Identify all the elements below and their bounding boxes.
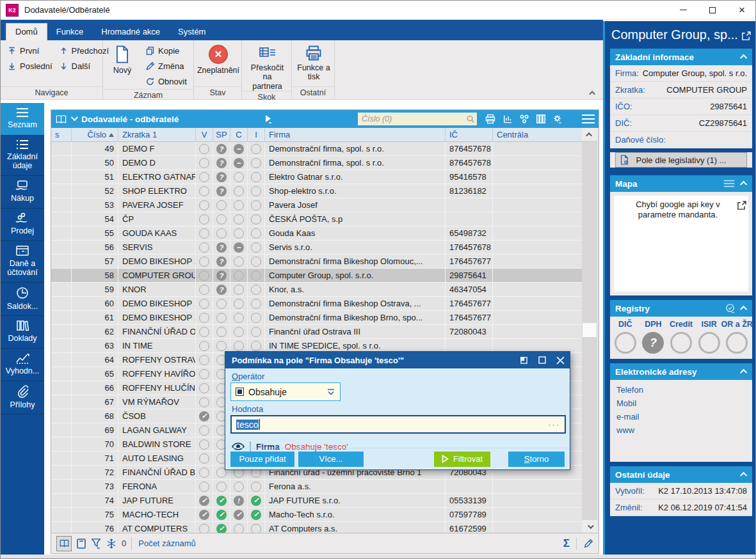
section-header-adresy[interactable]: Elektronické adresy bbox=[610, 363, 752, 380]
close-button[interactable]: × bbox=[727, 1, 756, 19]
settings-gear-icon[interactable] bbox=[552, 114, 563, 124]
dialog-dock-icon[interactable] bbox=[520, 356, 528, 365]
columns-icon[interactable] bbox=[536, 114, 546, 124]
table-row[interactable]: 57 DEMO BIKESHOP ... Demonstrační firma … bbox=[51, 255, 583, 269]
column-header-ic[interactable]: IČ bbox=[446, 128, 493, 141]
open-external-icon[interactable] bbox=[741, 31, 751, 41]
column-header-centrala[interactable]: Centrála bbox=[493, 128, 583, 141]
copy-button[interactable]: Kopie bbox=[143, 43, 189, 58]
check-circle-icon[interactable] bbox=[725, 303, 736, 314]
registry-item[interactable]: Credit bbox=[667, 320, 695, 354]
collapse-icon[interactable] bbox=[740, 472, 747, 479]
ribbon-tab[interactable]: Hromadné akce bbox=[92, 24, 169, 40]
sum-icon[interactable]: Σ bbox=[563, 537, 577, 550]
registry-item[interactable]: OR a ŽR bbox=[723, 320, 751, 354]
column-header-i[interactable]: I bbox=[248, 128, 265, 141]
collapse-icon[interactable] bbox=[740, 181, 747, 188]
legislativa-button[interactable]: Pole dle legislativy (1) ... bbox=[615, 152, 747, 168]
column-header-zkratka[interactable]: Zkratka 1 bbox=[118, 128, 196, 141]
scrollbar-thumb[interactable] bbox=[583, 323, 597, 337]
address-link[interactable]: www bbox=[610, 423, 752, 437]
sidebar-item-nakup[interactable]: Nákup bbox=[1, 176, 44, 209]
card-view-icon[interactable] bbox=[77, 539, 86, 549]
table-row[interactable]: 51 ELEKTRO GATNAR ... Elektro Gatnar s.r… bbox=[51, 170, 583, 184]
table-row[interactable]: 53 PAVERA JOSEF Pavera Josef bbox=[51, 198, 583, 212]
sidebar-item-zakladni-udaje[interactable]: Základní údaje bbox=[1, 136, 44, 176]
first-button[interactable]: První bbox=[4, 43, 55, 58]
table-row[interactable]: 50 DEMO D Demonstrační firma, spol. s r.… bbox=[51, 156, 583, 170]
dialog-close-icon[interactable] bbox=[556, 356, 565, 365]
section-header-zakladni[interactable]: Základní informace bbox=[610, 49, 752, 65]
jump-to-partner-button[interactable]: Přeskočit na partnera bbox=[246, 43, 289, 91]
functions-print-button[interactable]: Funkce a tisk bbox=[296, 43, 332, 86]
snowflake-icon[interactable] bbox=[106, 539, 117, 549]
filter-button[interactable]: Filtrovat bbox=[434, 452, 490, 467]
column-header-cislo[interactable]: Číslo bbox=[72, 128, 118, 141]
table-row[interactable]: 60 DEMO BIKESHOP ... Demonstrační firma … bbox=[51, 297, 583, 311]
dialog-maximize-icon[interactable] bbox=[538, 356, 546, 364]
ellipsis-button[interactable]: ··· bbox=[548, 420, 560, 429]
operator-select[interactable]: Obsahuje bbox=[230, 382, 341, 401]
new-button[interactable]: Nový bbox=[107, 43, 138, 89]
dialog-titlebar[interactable]: Podmínka na pole "Firma Obsahuje 'tesco'… bbox=[225, 352, 570, 368]
sidebar-item-doklady[interactable]: Doklady bbox=[1, 316, 44, 349]
table-row[interactable]: 73 FERONA Ferona a.s. bbox=[51, 480, 583, 494]
scroll-down-button[interactable] bbox=[582, 520, 597, 533]
sidebar-item-saldokonto[interactable]: Saldok... bbox=[1, 283, 44, 316]
change-button[interactable]: Změna bbox=[143, 58, 189, 74]
cancel-button[interactable]: Storno bbox=[508, 452, 565, 467]
table-row[interactable]: 62 FINANČNÍ ÚŘAD O... Finanční úřad Ostr… bbox=[51, 325, 583, 339]
vertical-scrollbar[interactable] bbox=[582, 128, 597, 533]
ribbon-tab[interactable]: Systém bbox=[169, 24, 214, 40]
search-input[interactable] bbox=[358, 113, 477, 125]
table-row[interactable]: 74 JAP FUTURE JAP FUTURE s.r.o. 05533139 bbox=[51, 494, 583, 508]
registry-item[interactable]: ISIR bbox=[695, 320, 723, 354]
more-button[interactable]: Více... bbox=[298, 452, 364, 467]
address-link[interactable]: e-mail bbox=[610, 410, 752, 423]
table-row[interactable]: 56 SERVIS Servis s.r.o. 176457678 bbox=[51, 240, 583, 255]
last-button[interactable]: Poslední bbox=[4, 58, 55, 74]
table-row[interactable]: 49 DEMO F Demonstrační firma, spol. s r.… bbox=[51, 142, 583, 156]
edit-pencil-icon[interactable] bbox=[583, 539, 593, 549]
table-row[interactable]: 59 KNOR Knor, a.s. 46347054 bbox=[51, 283, 583, 297]
section-header-registry[interactable]: Registry bbox=[610, 300, 752, 317]
sidebar-item-seznam[interactable]: Seznam bbox=[1, 103, 44, 136]
table-row[interactable]: 75 MACHO-TECH Macho-Tech s.r.o. 07597789 bbox=[51, 508, 583, 522]
chevron-down-icon[interactable] bbox=[71, 113, 78, 120]
panel-play-icon[interactable] bbox=[264, 114, 272, 123]
registry-item[interactable]: DPH bbox=[639, 320, 668, 354]
scroll-up-button[interactable] bbox=[582, 128, 597, 141]
book-icon[interactable] bbox=[55, 114, 67, 125]
map-options-icon[interactable] bbox=[723, 179, 736, 188]
address-link[interactable]: Mobil bbox=[610, 397, 752, 410]
filter-icon[interactable] bbox=[91, 538, 101, 549]
collapse-icon[interactable] bbox=[740, 54, 747, 61]
ribbon-tab[interactable]: Funkce bbox=[47, 24, 93, 40]
panel-menu-icon[interactable] bbox=[581, 114, 596, 124]
value-input[interactable]: tesco ··· bbox=[230, 415, 566, 434]
collapse-icon[interactable] bbox=[740, 369, 747, 376]
section-header-ostatni[interactable]: Ostatní údaje bbox=[610, 466, 752, 483]
column-header-s[interactable]: s bbox=[51, 128, 72, 141]
registry-item[interactable]: DIČ bbox=[611, 320, 639, 354]
table-row[interactable]: 61 DEMO BIKESHOP ... Demonstrační firma … bbox=[51, 311, 583, 325]
refresh-button[interactable]: Obnovit bbox=[143, 74, 189, 89]
add-only-button[interactable]: Pouze přidat bbox=[230, 452, 294, 467]
invalidate-button[interactable]: ✕ Zneplatnění bbox=[196, 43, 241, 86]
table-row[interactable]: 55 GOUDA KAAS Gouda Kaas 65498732 bbox=[51, 226, 583, 240]
collapse-icon[interactable] bbox=[740, 306, 747, 313]
address-link[interactable]: Telefon bbox=[610, 383, 752, 397]
table-row[interactable]: 58 COMPUTER GROUP Computer Group, spol. … bbox=[51, 269, 583, 283]
column-header-c[interactable]: C bbox=[230, 128, 248, 141]
column-header-firma[interactable]: Firma bbox=[265, 128, 446, 141]
column-header-sp[interactable]: SP bbox=[213, 128, 230, 141]
sidebar-item-prilohy[interactable]: Přílohy bbox=[1, 381, 44, 414]
sidebar-item-vyhodnoceni[interactable]: Vyhodn... bbox=[1, 349, 44, 381]
maximize-button[interactable] bbox=[698, 1, 727, 19]
ribbon-tab[interactable]: Domů bbox=[6, 23, 47, 40]
minimize-button[interactable] bbox=[668, 1, 698, 19]
section-header-mapa[interactable]: Mapa bbox=[610, 175, 752, 192]
print-icon[interactable] bbox=[485, 114, 496, 124]
column-header-v[interactable]: V bbox=[196, 128, 213, 141]
map-external-icon[interactable] bbox=[737, 201, 746, 210]
